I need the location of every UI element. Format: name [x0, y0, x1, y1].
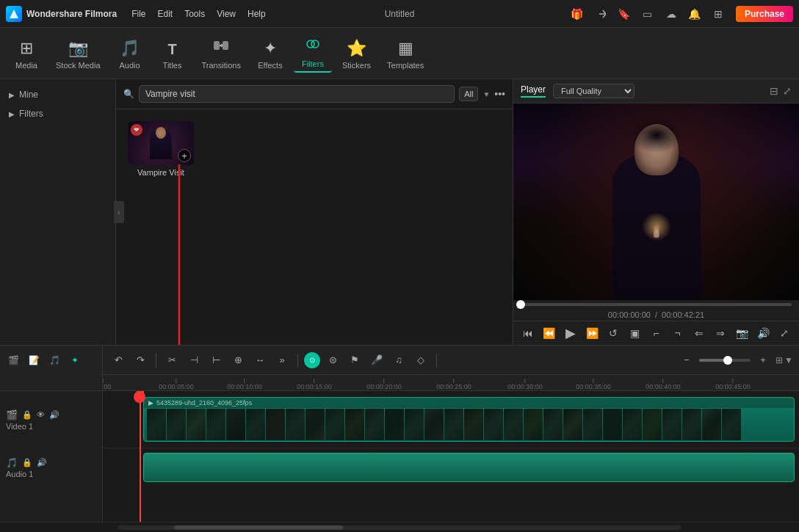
player-tab[interactable]: Player: [521, 84, 546, 98]
add-audio-track-button[interactable]: 🎵: [46, 351, 63, 369]
loop-button[interactable]: ↺: [605, 324, 622, 342]
toolbar-stickers[interactable]: ⭐ Stickers: [336, 36, 377, 73]
zoom-out-button[interactable]: −: [677, 351, 696, 370]
marker-button[interactable]: ⚑: [345, 351, 364, 370]
playhead[interactable]: [140, 391, 141, 522]
add-filter-track-button[interactable]: ✦: [66, 351, 84, 369]
audio-track-lock-icon[interactable]: 🔒: [22, 458, 32, 467]
search-more-button[interactable]: •••: [494, 88, 505, 100]
timeline-inner: 🎬 🔒 👁 🔊 Video 1 🎵 🔒 🔊 Audio 1: [0, 375, 799, 522]
menu-help[interactable]: Help: [247, 9, 266, 19]
playhead-thumb[interactable]: [516, 300, 525, 309]
add-video-track-button[interactable]: 🎬: [4, 351, 22, 369]
ruler-label-spacer: [0, 375, 102, 391]
add-filter-icon[interactable]: +: [178, 149, 191, 162]
ripple-button[interactable]: ⊜: [323, 351, 342, 370]
volume-button[interactable]: 🔊: [755, 324, 772, 342]
toolbar-effects[interactable]: ✦ Effects: [251, 36, 289, 73]
frame-19: [504, 409, 523, 440]
video-clip[interactable]: ▶ 5435289-uhd_2160_4096_25fps: [143, 397, 795, 442]
sidebar-item-filters[interactable]: ▶ Filters: [0, 104, 115, 123]
delete-button[interactable]: ✂: [162, 351, 181, 370]
redo-button[interactable]: ↷: [131, 351, 150, 370]
share-icon[interactable]: [592, 5, 610, 23]
gift-icon[interactable]: 🎁: [568, 5, 586, 23]
mark-in-button[interactable]: ⌐: [648, 324, 665, 342]
audio-clip[interactable]: [143, 453, 795, 482]
toolbar-stock-media[interactable]: 📷 Stock Media: [50, 36, 106, 73]
skip-to-start-button[interactable]: ⏮: [519, 324, 536, 342]
video-track-lock-icon[interactable]: 🔒: [22, 410, 32, 420]
toolbar-filters[interactable]: Filters: [294, 33, 332, 73]
ruler-mark-2: 00:00:10:00: [227, 379, 262, 390]
scrollbar-track: [118, 525, 682, 530]
crop-button[interactable]: ▣: [626, 324, 643, 342]
effects-label: Effects: [258, 61, 282, 70]
add-keyframe-button[interactable]: ◇: [411, 351, 430, 370]
toolbar-media[interactable]: ⊞ Media: [7, 36, 46, 73]
add-text-track-button[interactable]: 📝: [25, 351, 43, 369]
video-track-volume-icon[interactable]: 🔊: [49, 410, 59, 420]
stickers-label: Stickers: [342, 61, 371, 70]
video-track-visibility-icon[interactable]: 👁: [37, 410, 45, 419]
mark-out-button[interactable]: ¬: [669, 324, 686, 342]
menu-file[interactable]: File: [131, 9, 145, 19]
cloud-icon[interactable]: ☁: [662, 5, 680, 23]
snapshot-button[interactable]: 📷: [734, 324, 751, 342]
playhead-marker[interactable]: [134, 391, 145, 403]
notification-icon[interactable]: 🔔: [686, 5, 704, 23]
audio-stretch-button[interactable]: 🎤: [367, 351, 386, 370]
prev-clip-button[interactable]: ⇐: [690, 324, 707, 342]
step-forward-button[interactable]: ⏩: [583, 324, 600, 342]
apps-icon[interactable]: ⊞: [709, 5, 727, 23]
timeline-ruler: 00:00 00:00:05:00 00:00:10:00 00:00:15:0…: [103, 375, 799, 391]
split-button[interactable]: ⊣: [184, 351, 203, 370]
menu-edit[interactable]: Edit: [157, 9, 173, 19]
next-clip-button[interactable]: ⇒: [712, 324, 728, 342]
frame-15: [424, 409, 444, 440]
timeline-scrubber[interactable]: [521, 303, 792, 306]
trim-button[interactable]: ⊢: [206, 351, 225, 370]
filter-dropdown-icon[interactable]: ▼: [482, 90, 490, 98]
bookmark-icon[interactable]: 🔖: [615, 5, 633, 23]
purchase-button[interactable]: Purchase: [736, 6, 793, 22]
play-button[interactable]: ▶: [562, 324, 579, 342]
toolbar-templates[interactable]: ▦ Templates: [381, 36, 430, 73]
filters-label: Filters: [302, 59, 324, 68]
toolbar-transitions[interactable]: Transitions: [196, 34, 247, 73]
frame-9: [306, 409, 325, 440]
split-view-icon[interactable]: ⊟: [770, 85, 778, 97]
minimize-icon[interactable]: ▭: [639, 5, 657, 23]
toolbar-titles[interactable]: T Titles: [153, 38, 192, 73]
split-audio-button[interactable]: ♫: [389, 351, 408, 370]
step-back-button[interactable]: ⏪: [540, 324, 557, 342]
zoom-in-button[interactable]: +: [753, 351, 773, 370]
frame-16: [444, 409, 463, 440]
menu-view[interactable]: View: [217, 9, 236, 19]
search-input[interactable]: [139, 85, 455, 103]
quality-select[interactable]: Full Quality High Quality Medium Quality: [553, 84, 634, 98]
snap-toggle[interactable]: ⊙: [304, 352, 320, 368]
ruler-inner: 00:00 00:00:05:00 00:00:10:00 00:00:15:0…: [103, 375, 799, 390]
fullscreen-preview-icon[interactable]: ⤢: [783, 85, 792, 97]
timeline-left-actions: 🎬 📝 🎵 ✦: [0, 346, 103, 375]
zoom-slider[interactable]: [699, 359, 751, 362]
app-window: Wondershare Filmora File Edit Tools View…: [0, 0, 799, 532]
extend-button[interactable]: ↔: [250, 351, 270, 370]
filter-vampire-visit[interactable]: ❤ + Vampire Visit: [128, 121, 194, 177]
toolbar-audio[interactable]: 🎵 Audio: [111, 36, 149, 73]
zoom-thumb[interactable]: [723, 356, 732, 365]
sidebar-item-mine[interactable]: ▶ Mine: [0, 85, 115, 104]
undo-button[interactable]: ↶: [109, 351, 128, 370]
menu-tools[interactable]: Tools: [184, 9, 205, 19]
view-grid-button[interactable]: ⊞ ▼: [776, 355, 793, 365]
fullscreen-button[interactable]: ⤢: [776, 324, 793, 342]
timeline-scrollbar[interactable]: [0, 522, 799, 532]
ruler-mark-3: 00:00:15:00: [297, 379, 332, 390]
search-bar: 🔍 All ▼ •••: [116, 79, 513, 109]
audio-track-volume-icon[interactable]: 🔊: [37, 458, 47, 467]
insert-button[interactable]: ⊕: [228, 351, 247, 370]
more-tools-button[interactable]: »: [272, 351, 292, 370]
scrollbar-thumb[interactable]: [174, 525, 343, 530]
search-filter-all[interactable]: All: [459, 87, 478, 101]
